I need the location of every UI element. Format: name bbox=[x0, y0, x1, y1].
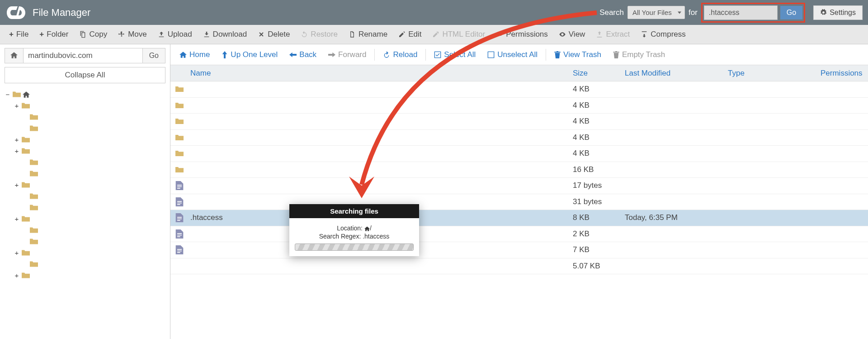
view-button[interactable]: View bbox=[553, 26, 591, 43]
tree-toggle[interactable]: + bbox=[14, 136, 20, 143]
folder-icon bbox=[30, 204, 38, 211]
copy-icon bbox=[79, 31, 86, 38]
folder-icon bbox=[22, 181, 30, 188]
rename-button[interactable]: Rename bbox=[343, 26, 393, 43]
up-icon bbox=[222, 51, 228, 58]
nav-select-all-button[interactable]: Select All bbox=[429, 47, 481, 63]
home-icon bbox=[364, 226, 370, 231]
table-row[interactable]: 4 KB bbox=[170, 98, 868, 114]
progress-bar bbox=[295, 244, 414, 251]
key-icon bbox=[496, 31, 503, 38]
table-body[interactable]: 4 KB4 KB4 KB4 KB4 KB16 KB17 bytes31 byte… bbox=[170, 81, 868, 339]
nav-up-button[interactable]: Up One Level bbox=[216, 47, 283, 63]
nav-unselect-all-button[interactable]: Unselect All bbox=[482, 47, 543, 63]
move-icon bbox=[118, 31, 125, 38]
home-icon bbox=[23, 91, 30, 98]
folder-icon bbox=[22, 102, 30, 109]
copy-button[interactable]: Copy bbox=[74, 26, 113, 43]
table-row[interactable]: 2 KB bbox=[170, 226, 868, 243]
settings-button[interactable]: Settings bbox=[813, 5, 863, 20]
reload-icon bbox=[383, 51, 390, 58]
table-row[interactable]: 4 KB bbox=[170, 130, 868, 146]
gear-icon bbox=[820, 9, 827, 16]
dialog-title: Searching files bbox=[289, 204, 419, 218]
address-go-button[interactable]: Go bbox=[143, 48, 165, 63]
nav-view-trash-button[interactable]: View Trash bbox=[549, 47, 607, 63]
table-row[interactable]: 5.07 KB bbox=[170, 258, 868, 275]
table-row[interactable]: 17 bytes bbox=[170, 178, 868, 194]
rename-icon bbox=[349, 31, 356, 38]
search-area: Search All Your Files for Go Settings bbox=[599, 3, 863, 23]
table-row[interactable]: 16 KB bbox=[170, 162, 868, 178]
eye-icon bbox=[559, 31, 566, 38]
file-button[interactable]: +File bbox=[4, 26, 34, 43]
search-scope-select[interactable]: All Your Files bbox=[627, 6, 685, 19]
nav-empty-trash-button[interactable]: Empty Trash bbox=[608, 47, 670, 63]
home-icon bbox=[179, 52, 187, 58]
extract-button[interactable]: Extract bbox=[590, 26, 635, 43]
dialog-body: Location: / Search Regex: .htaccess bbox=[289, 218, 419, 256]
table-row[interactable]: 31 bytes bbox=[170, 194, 868, 210]
restore-icon bbox=[301, 31, 308, 38]
folder-icon bbox=[30, 159, 38, 166]
address-home-button[interactable] bbox=[5, 48, 24, 63]
nav-forward-button[interactable]: Forward bbox=[323, 47, 372, 63]
tree-toggle[interactable]: + bbox=[14, 249, 20, 257]
table-row[interactable]: 4 KB bbox=[170, 146, 868, 162]
folder-tree[interactable]: − + + + + + + + bbox=[0, 87, 170, 339]
search-go-button[interactable]: Go bbox=[780, 6, 802, 19]
col-perm-header[interactable]: Permissions bbox=[821, 69, 868, 78]
address-bar: Go bbox=[0, 44, 170, 67]
search-highlight-box: Go bbox=[701, 3, 805, 23]
back-icon bbox=[289, 52, 297, 58]
col-type-header[interactable]: Type bbox=[728, 69, 821, 78]
nav-home-button[interactable]: Home bbox=[174, 47, 215, 63]
download-button[interactable]: Download bbox=[198, 26, 253, 43]
col-name-header[interactable]: Name bbox=[189, 69, 573, 78]
table-header: Name Size Last Modified Type Permissions bbox=[170, 65, 868, 81]
folder-icon bbox=[30, 125, 38, 132]
folder-icon bbox=[22, 249, 30, 256]
tree-toggle[interactable]: + bbox=[14, 102, 20, 110]
extract-icon bbox=[596, 31, 603, 38]
nav-back-button[interactable]: Back bbox=[284, 47, 322, 63]
table-row[interactable]: .htaccess8 KBToday, 6:35 PM bbox=[170, 210, 868, 226]
table-row[interactable]: 4 KB bbox=[170, 81, 868, 98]
for-label: for bbox=[689, 8, 698, 17]
tree-toggle[interactable]: + bbox=[14, 215, 20, 223]
permissions-button[interactable]: Permissions bbox=[491, 26, 553, 43]
collapse-all-button[interactable]: Collapse All bbox=[5, 67, 165, 83]
tree-toggle[interactable]: − bbox=[5, 91, 11, 98]
html-editor-button[interactable]: HTML Editor bbox=[427, 26, 491, 43]
trash-icon bbox=[554, 51, 561, 58]
folder-button[interactable]: +Folder bbox=[34, 26, 74, 43]
compress-button[interactable]: Compress bbox=[635, 26, 691, 43]
content-area: Home Up One Level Back Forward Reload Se… bbox=[170, 44, 868, 339]
table-row[interactable]: 4 KB bbox=[170, 114, 868, 130]
app-title: File Manager bbox=[33, 7, 90, 19]
address-input[interactable] bbox=[24, 48, 143, 63]
nav-reload-button[interactable]: Reload bbox=[377, 47, 423, 63]
tree-toggle[interactable]: + bbox=[14, 272, 20, 279]
folder-icon bbox=[13, 91, 21, 98]
upload-button[interactable]: Upload bbox=[152, 26, 198, 43]
folder-icon bbox=[30, 227, 38, 234]
restore-button[interactable]: Restore bbox=[295, 26, 343, 43]
search-input[interactable] bbox=[704, 5, 778, 20]
upload-icon bbox=[158, 31, 165, 38]
col-size-header[interactable]: Size bbox=[573, 69, 625, 78]
trash-icon bbox=[613, 51, 619, 58]
move-button[interactable]: Move bbox=[113, 26, 152, 43]
table-row[interactable]: 7 KB bbox=[170, 242, 868, 258]
folder-icon bbox=[30, 193, 38, 200]
header-bar: File Manager Search All Your Files for G… bbox=[0, 0, 868, 25]
tree-toggle[interactable]: + bbox=[14, 181, 20, 189]
delete-icon bbox=[258, 31, 265, 38]
col-modified-header[interactable]: Last Modified bbox=[625, 69, 728, 78]
tree-toggle[interactable]: + bbox=[14, 147, 20, 155]
folder-icon bbox=[30, 238, 38, 245]
delete-button[interactable]: Delete bbox=[252, 26, 295, 43]
edit-button[interactable]: Edit bbox=[393, 26, 427, 43]
folder-icon bbox=[22, 272, 30, 279]
html-editor-icon bbox=[432, 31, 439, 38]
